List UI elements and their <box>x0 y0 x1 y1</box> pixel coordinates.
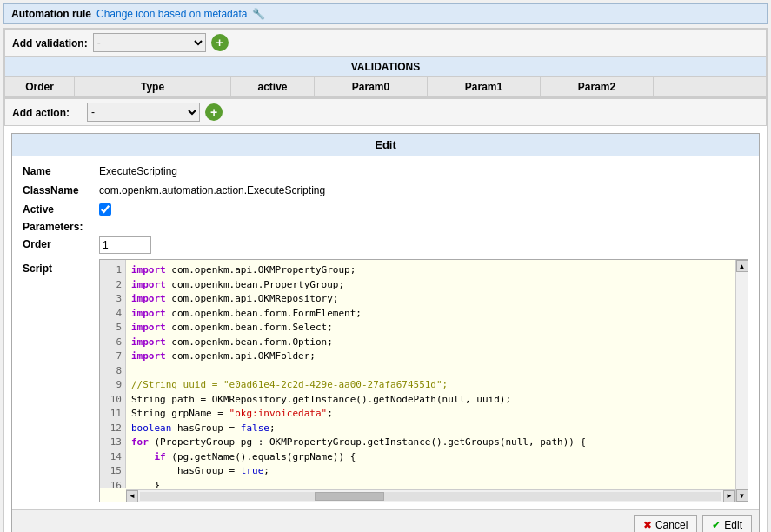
edit-panel-body: Name ExecuteScripting ClassName com.open… <box>12 156 759 509</box>
add-action-bar: Add action: - ExecuteScripting Other + <box>4 98 767 126</box>
hscrollbar-left[interactable]: ◄ <box>126 490 138 502</box>
edit-confirm-icon: ✔ <box>712 519 721 531</box>
name-label: Name <box>23 163 92 177</box>
order-row: Order <box>23 236 748 254</box>
edit-label: Edit <box>724 519 742 531</box>
script-row: Script 123456789101112131415161718192021… <box>23 259 748 502</box>
validations-table: VALIDATIONS Order Type active Param0 Par… <box>4 57 767 98</box>
code-scrollbar[interactable]: ▲ ▼ <box>735 260 748 502</box>
add-action-label: Add action: <box>12 105 82 119</box>
col-extra <box>654 77 766 96</box>
code-hscrollbar[interactable]: ◄ ► <box>126 489 735 502</box>
col-param2: Param2 <box>541 77 654 96</box>
add-action-dropdown[interactable]: - ExecuteScripting Other <box>87 103 200 122</box>
cancel-icon: ✖ <box>643 519 652 531</box>
order-label: Order <box>23 236 92 250</box>
line-numbers: 1234567891011121314151617181920212223242… <box>100 260 126 488</box>
validations-columns: Order Type active Param0 Param1 Param2 <box>5 77 766 97</box>
bottom-buttons: ✖ Cancel ✔ Edit <box>12 509 759 532</box>
add-validation-label: Add validation: <box>12 36 88 50</box>
col-active: active <box>231 77 315 96</box>
code-editor[interactable]: 1234567891011121314151617181920212223242… <box>99 259 748 502</box>
validations-header: VALIDATIONS <box>5 57 766 77</box>
add-validation-bar: Add validation: - Option1 Option2 + <box>4 29 767 57</box>
active-checkbox[interactable] <box>99 203 111 216</box>
name-row: Name ExecuteScripting <box>23 163 748 177</box>
classname-label: ClassName <box>23 183 92 196</box>
add-action-button[interactable]: + <box>205 103 223 121</box>
name-value: ExecuteScripting <box>99 163 177 177</box>
automation-rule-bar: Automation rule Change icon based on met… <box>3 3 768 24</box>
scrollbar-down[interactable]: ▼ <box>736 489 748 502</box>
outer-wrapper: Add validation: - Option1 Option2 + VALI… <box>3 28 768 532</box>
edit-button[interactable]: ✔ Edit <box>702 515 752 532</box>
edit-panel: Edit Name ExecuteScripting ClassName com… <box>11 133 760 532</box>
classname-row: ClassName com.openkm.automation.action.E… <box>23 183 748 196</box>
script-label: Script <box>23 259 92 275</box>
main-container: Automation rule Change icon based on met… <box>0 0 771 532</box>
cancel-label: Cancel <box>655 519 688 531</box>
order-input[interactable] <box>99 236 151 254</box>
active-row: Active <box>23 202 748 216</box>
parameters-label: Parameters: <box>23 221 748 233</box>
code-content: import com.openkm.api.OKMPropertyGroup; … <box>126 260 748 488</box>
scrollbar-up[interactable]: ▲ <box>736 260 748 272</box>
add-validation-button[interactable]: + <box>211 34 229 51</box>
hscrollbar-track <box>140 492 721 501</box>
classname-value: com.openkm.automation.action.ExecuteScri… <box>99 183 325 196</box>
edit-panel-title: Edit <box>12 134 759 156</box>
code-editor-inner: 1234567891011121314151617181920212223242… <box>100 260 748 488</box>
automation-rule-label: Automation rule <box>11 8 91 20</box>
automation-rule-title[interactable]: Change icon based on metadata <box>96 8 247 20</box>
col-order: Order <box>5 77 75 96</box>
col-param0: Param0 <box>315 77 428 96</box>
col-param1: Param1 <box>428 77 541 96</box>
col-type: Type <box>75 77 231 96</box>
add-validation-dropdown[interactable]: - Option1 Option2 <box>93 33 206 52</box>
active-label: Active <box>23 202 92 216</box>
hscrollbar-thumb[interactable] <box>315 492 384 501</box>
cancel-button[interactable]: ✖ Cancel <box>634 515 697 532</box>
hscrollbar-right[interactable]: ► <box>723 490 735 502</box>
wrench-icon: 🔧 <box>252 8 265 20</box>
